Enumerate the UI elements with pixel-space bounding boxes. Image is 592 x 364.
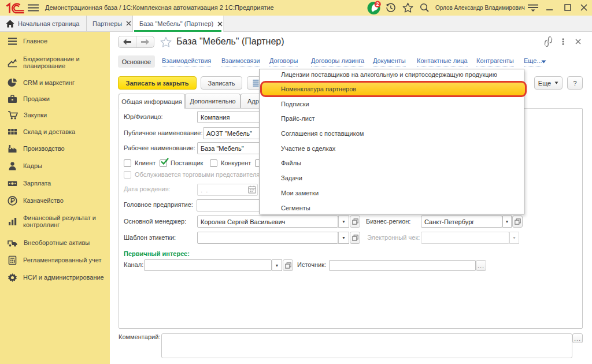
svg-text:2: 2 [376,1,379,7]
